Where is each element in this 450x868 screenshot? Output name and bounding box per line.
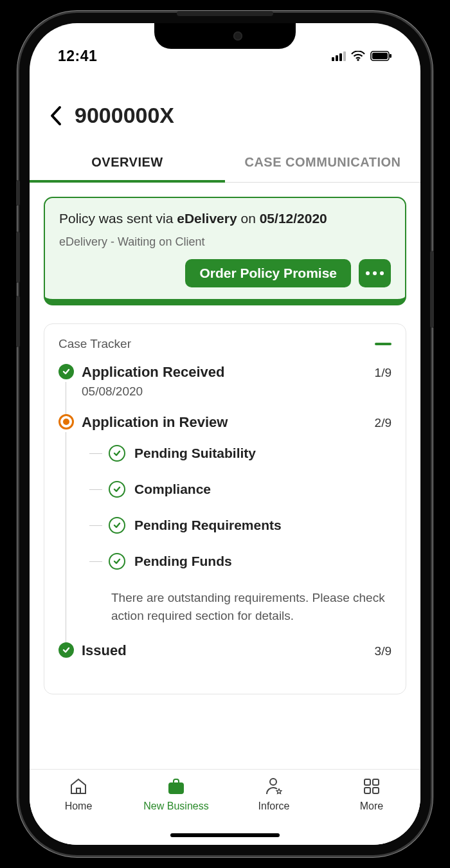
tab-case-communication[interactable]: CASE COMMUNICATION [225, 145, 420, 182]
check-ring-icon [109, 553, 125, 570]
svg-rect-3 [390, 54, 392, 58]
substep-funds: Pending Funds [109, 553, 392, 570]
svg-rect-6 [364, 779, 370, 785]
more-actions-button[interactable] [359, 259, 391, 287]
camera-dot [233, 32, 242, 41]
tracker-step-issued: Issued 3/9 [59, 642, 392, 659]
check-circle-icon [59, 642, 74, 658]
signal-icon [332, 51, 346, 61]
nav-home[interactable]: Home [30, 776, 127, 845]
collapse-icon[interactable] [375, 343, 392, 345]
check-circle-icon [59, 364, 74, 379]
tab-bar: OVERVIEW CASE COMMUNICATION [30, 145, 420, 183]
substep-compliance: Compliance [109, 481, 392, 498]
tracker-step-review: Application in Review 2/9 Pending Suitab… [59, 414, 392, 624]
device-notch [154, 23, 296, 49]
status-time: 12:41 [58, 48, 97, 65]
notice-status: eDelivery - Waiting on Client [59, 235, 391, 249]
person-star-icon [264, 776, 284, 797]
wifi-icon [351, 51, 365, 61]
substep-requirements: Pending Requirements [109, 517, 392, 534]
home-icon [69, 776, 88, 797]
tab-overview[interactable]: OVERVIEW [30, 145, 225, 183]
check-ring-icon [109, 445, 125, 462]
order-policy-promise-button[interactable]: Order Policy Promise [185, 259, 351, 287]
svg-rect-4 [169, 783, 183, 793]
svg-point-5 [270, 779, 276, 785]
grid-icon [362, 776, 381, 797]
battery-icon [370, 51, 392, 61]
tracker-step-received: Application Received 1/9 05/08/2020 [59, 364, 392, 399]
svg-rect-8 [364, 788, 370, 793]
svg-rect-7 [373, 779, 379, 785]
current-step-icon [59, 414, 74, 429]
svg-rect-2 [372, 53, 388, 59]
page-header: 9000000X [30, 75, 420, 145]
back-button[interactable] [49, 105, 63, 126]
svg-point-0 [357, 59, 359, 61]
case-tracker-card: Case Tracker Application Received 1/9 05… [44, 323, 406, 694]
svg-rect-9 [373, 788, 379, 793]
substep-note: There are outstanding requirements. Plea… [109, 589, 392, 624]
case-tracker-title: Case Tracker [59, 337, 131, 351]
check-ring-icon [109, 481, 125, 498]
notice-text: Policy was sent via eDelivery on 05/12/2… [59, 211, 391, 226]
substep-suitability: Pending Suitability [109, 445, 392, 462]
check-ring-icon [109, 517, 125, 534]
briefcase-icon [166, 776, 186, 797]
policy-notice-card: Policy was sent via eDelivery on 05/12/2… [44, 197, 406, 305]
home-indicator [170, 833, 280, 837]
nav-more[interactable]: More [323, 776, 420, 845]
page-title: 9000000X [75, 103, 174, 128]
